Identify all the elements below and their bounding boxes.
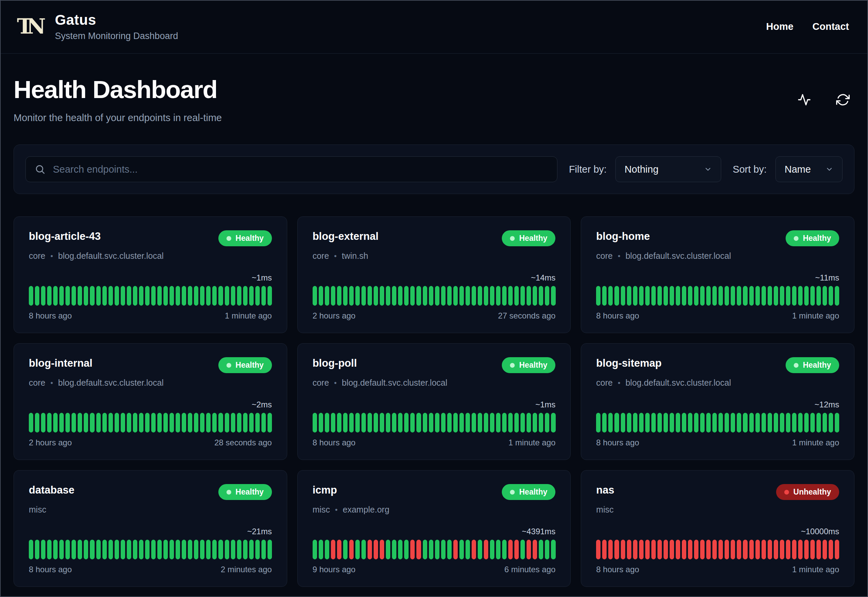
status-bar-success [29, 540, 33, 559]
nav-link-contact[interactable]: Contact [812, 21, 849, 32]
status-bar-success [496, 540, 501, 559]
status-bar-success [127, 413, 131, 432]
status-bar-success [602, 413, 607, 432]
endpoint-card[interactable]: database Healthy misc ~21ms 8 hours ago … [13, 470, 287, 587]
status-dot-icon [784, 490, 789, 495]
status-bar-success [71, 413, 76, 432]
status-label: Healthy [236, 487, 264, 497]
status-bar-success [170, 286, 174, 306]
meta-separator: • [334, 379, 337, 388]
search-icon [35, 164, 46, 175]
status-bar-success [502, 286, 507, 306]
endpoint-name[interactable]: blog-home [596, 230, 650, 242]
endpoint-name[interactable]: blog-internal [29, 357, 93, 370]
chevron-down-icon [825, 165, 833, 173]
status-bar-failure [706, 540, 711, 559]
brand: TN Gatus System Monitoring Dashboard [17, 11, 178, 42]
status-label: Healthy [236, 234, 264, 243]
status-bar-success [682, 413, 686, 432]
status-label: Healthy [803, 234, 831, 243]
status-bar-success [520, 540, 525, 559]
endpoint-card[interactable]: icmp Healthy misc • example.org ~4391ms … [297, 470, 571, 587]
endpoint-card[interactable]: blog-poll Healthy core • blog.default.sv… [297, 343, 571, 460]
status-bar-success [835, 286, 839, 306]
status-bar-failure [798, 540, 803, 559]
status-bar-success [343, 413, 348, 432]
status-label: Healthy [519, 361, 547, 370]
nav-link-home[interactable]: Home [766, 21, 793, 32]
status-bar-failure [774, 540, 778, 559]
endpoint-name[interactable]: blog-poll [313, 357, 357, 370]
meta-separator: • [335, 505, 338, 514]
status-bar-success [59, 413, 64, 432]
endpoint-card[interactable]: blog-article-43 Healthy core • blog.defa… [13, 217, 287, 333]
refresh-icon[interactable] [836, 93, 850, 107]
status-bar-failure [508, 540, 513, 559]
endpoint-name[interactable]: blog-sitemap [596, 357, 662, 370]
status-bar-failure [602, 540, 607, 559]
uptime-history-bars [596, 286, 839, 306]
status-dot-icon [510, 490, 515, 495]
endpoint-name[interactable]: blog-article-43 [29, 230, 101, 242]
oldest-timestamp: 9 hours ago [313, 565, 355, 574]
status-bar-failure [374, 540, 378, 559]
status-bar-success [392, 413, 396, 432]
endpoint-card[interactable]: blog-external Healthy core • twin.sh ~14… [297, 217, 571, 333]
status-bar-failure [651, 540, 656, 559]
status-bar-success [115, 540, 119, 559]
toolbar: Filter by: Nothing Sort by: Name [13, 144, 855, 194]
status-bar-success [331, 413, 335, 432]
status-bar-success [96, 413, 101, 432]
status-bar-success [182, 540, 186, 559]
status-bar-success [231, 413, 235, 432]
status-badge: Healthy [502, 230, 555, 246]
status-bar-success [490, 413, 494, 432]
endpoint-card[interactable]: blog-home Healthy core • blog.default.sv… [581, 217, 855, 333]
status-label: Healthy [803, 361, 831, 370]
status-bar-success [392, 286, 396, 306]
status-bar-failure [380, 540, 384, 559]
activity-icon[interactable] [797, 93, 811, 107]
status-bar-success [71, 540, 76, 559]
status-bar-success [255, 286, 260, 306]
status-bar-success [404, 413, 409, 432]
endpoint-name[interactable]: icmp [313, 484, 337, 496]
meta-separator: • [50, 252, 53, 260]
status-bar-success [218, 540, 223, 559]
card-header: blog-poll Healthy [313, 357, 556, 373]
endpoint-name[interactable]: database [29, 484, 74, 496]
status-bar-success [313, 540, 317, 559]
status-bar-success [29, 413, 33, 432]
endpoint-card[interactable]: blog-sitemap Healthy core • blog.default… [581, 343, 855, 460]
status-bar-success [84, 540, 88, 559]
status-bar-success [627, 413, 631, 432]
sort-dropdown[interactable]: Name [775, 156, 843, 182]
endpoint-name[interactable]: nas [596, 484, 614, 496]
status-bar-success [319, 286, 323, 306]
status-bar-success [313, 413, 317, 432]
status-bar-success [151, 413, 156, 432]
page-actions [797, 93, 850, 107]
filter-dropdown[interactable]: Nothing [615, 156, 721, 182]
status-bar-success [176, 413, 180, 432]
oldest-timestamp: 2 hours ago [29, 438, 72, 447]
search-input[interactable] [52, 163, 548, 175]
status-bar-success [465, 540, 470, 559]
uptime-history-bars [596, 540, 839, 559]
endpoint-card[interactable]: nas Unhealthy misc ~10000ms 8 hours ago … [581, 470, 855, 587]
gatus-logo-icon: TN [17, 11, 46, 42]
endpoint-group: misc [29, 505, 46, 515]
card-header: blog-internal Healthy [29, 357, 272, 373]
endpoint-card[interactable]: blog-internal Healthy core • blog.defaul… [13, 343, 287, 460]
status-bar-failure [743, 540, 747, 559]
status-bar-success [188, 286, 192, 306]
status-bar-success [718, 286, 723, 306]
endpoint-name[interactable]: blog-external [313, 230, 379, 242]
meta-separator: • [50, 379, 53, 388]
status-bar-success [816, 413, 821, 432]
status-bar-success [645, 286, 650, 306]
status-bar-success [249, 540, 253, 559]
app-subtitle: System Monitoring Dashboard [55, 31, 178, 42]
status-bar-success [157, 413, 162, 432]
time-range: 8 hours ago 1 minute ago [29, 311, 272, 321]
